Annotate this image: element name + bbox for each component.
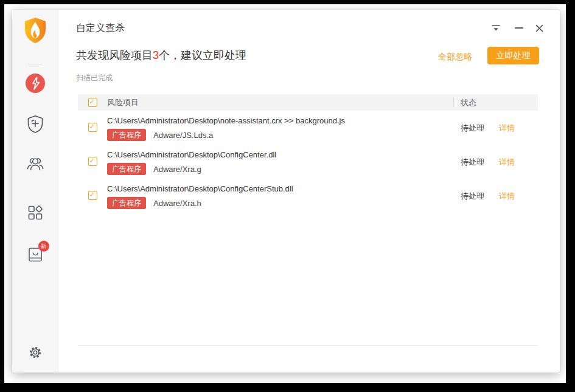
status-label: 待处理 bbox=[461, 157, 484, 168]
details-link[interactable]: 详情 bbox=[499, 123, 515, 134]
risk-item: C:\Users\Administrator\Desktop\ConfigCen… bbox=[107, 184, 448, 209]
file-path: C:\Users\Administrator\Desktop\ConfigCen… bbox=[107, 184, 448, 193]
heading-suffix: 个，建议立即处理 bbox=[159, 49, 246, 61]
status-label: 待处理 bbox=[461, 191, 484, 202]
threat-name: Adware/Xra.g bbox=[153, 165, 201, 174]
threat-type-badge: 广告程序 bbox=[107, 163, 146, 175]
app-window: 新 自定义查杀 共发现风险项目3个，建议立即处理 全部忽略 立即处理 扫描已完成 bbox=[12, 10, 560, 373]
file-path: C:\Users\Administrator\Desktop\note-assi… bbox=[107, 116, 448, 125]
sidebar-item-protection-center[interactable] bbox=[27, 115, 43, 134]
main-menu-button[interactable] bbox=[489, 21, 503, 35]
threat-name: Adware/JS.Lds.a bbox=[153, 131, 213, 140]
summary-heading: 共发现风险项目3个，建议立即处理 bbox=[76, 48, 246, 63]
row-checkbox[interactable] bbox=[88, 123, 97, 132]
column-divider bbox=[453, 98, 454, 107]
details-link[interactable]: 详情 bbox=[499, 191, 515, 202]
heading-prefix: 共发现风险项目 bbox=[76, 49, 153, 61]
scan-status: 扫描已完成 bbox=[76, 73, 113, 83]
content-divider bbox=[78, 345, 538, 346]
ignore-all-button[interactable]: 全部忽略 bbox=[438, 52, 472, 63]
select-all-checkbox[interactable] bbox=[88, 98, 97, 107]
flame-shield-logo-icon bbox=[23, 17, 47, 44]
sidebar-item-access-control[interactable] bbox=[26, 156, 44, 172]
risk-count: 3 bbox=[153, 49, 159, 61]
menu-arrow-icon bbox=[491, 24, 501, 32]
close-button[interactable] bbox=[532, 21, 546, 35]
sidebar-item-security-tools[interactable] bbox=[27, 205, 43, 221]
column-header-status: 状态 bbox=[461, 97, 476, 108]
row-checkbox[interactable] bbox=[88, 157, 97, 166]
lightning-circle-icon bbox=[25, 73, 46, 94]
sidebar-item-app-store[interactable]: 新 bbox=[27, 246, 43, 263]
risk-table: 风险项目 状态 C:\Users\Administrator\Desktop\n… bbox=[78, 94, 538, 213]
column-header-risk: 风险项目 bbox=[107, 97, 139, 108]
window-title: 自定义查杀 bbox=[76, 22, 125, 35]
threat-type-badge: 广告程序 bbox=[107, 197, 146, 209]
minimize-button[interactable] bbox=[512, 21, 526, 35]
close-icon bbox=[535, 24, 544, 33]
sidebar: 新 bbox=[12, 10, 58, 373]
risk-item: C:\Users\Administrator\Desktop\ConfigCen… bbox=[107, 150, 448, 175]
table-header: 风险项目 状态 bbox=[78, 94, 538, 111]
minimize-icon bbox=[515, 27, 523, 29]
row-checkbox[interactable] bbox=[88, 191, 97, 200]
details-link[interactable]: 详情 bbox=[499, 157, 515, 168]
settings-button[interactable] bbox=[27, 345, 43, 360]
risk-item: C:\Users\Administrator\Desktop\note-assi… bbox=[107, 116, 448, 141]
status-label: 待处理 bbox=[461, 123, 484, 134]
threat-name: Adware/Xra.h bbox=[153, 199, 201, 208]
table-row: C:\Users\Administrator\Desktop\ConfigCen… bbox=[78, 145, 538, 179]
file-path: C:\Users\Administrator\Desktop\ConfigCen… bbox=[107, 150, 448, 159]
shield-plus-icon bbox=[27, 115, 43, 134]
gear-icon bbox=[27, 345, 43, 360]
new-badge: 新 bbox=[38, 241, 49, 252]
grid-icon bbox=[27, 205, 43, 221]
sidebar-item-virus-scan[interactable] bbox=[25, 73, 46, 94]
table-row: C:\Users\Administrator\Desktop\ConfigCen… bbox=[78, 179, 538, 213]
threat-type-badge: 广告程序 bbox=[107, 129, 146, 141]
people-icon bbox=[26, 156, 44, 172]
table-row: C:\Users\Administrator\Desktop\note-assi… bbox=[78, 111, 538, 145]
handle-now-button[interactable]: 立即处理 bbox=[487, 47, 539, 64]
sidebar-divider bbox=[29, 64, 42, 64]
huorong-logo bbox=[23, 17, 47, 44]
